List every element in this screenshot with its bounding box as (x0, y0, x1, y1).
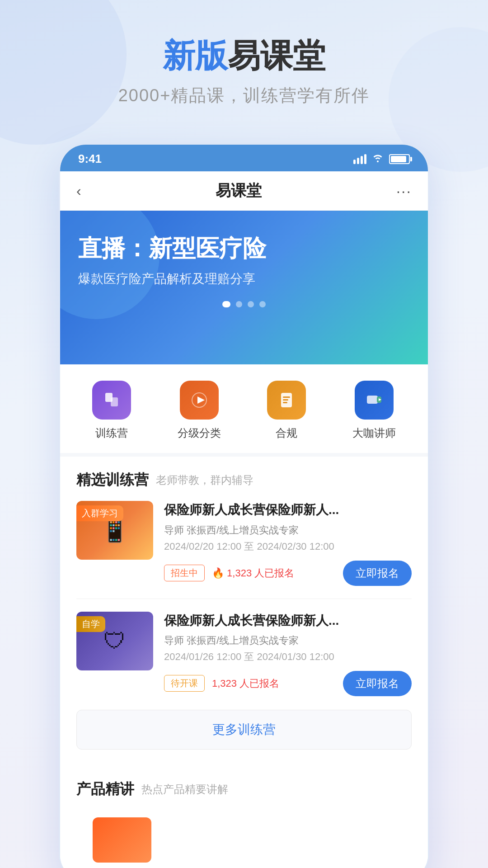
banner-title: 直播：新型医疗险 (78, 233, 410, 264)
svg-rect-7 (283, 402, 287, 403)
banner-dot-3[interactable] (248, 301, 254, 307)
product-section: 产品精讲 热点产品精要讲解 (60, 766, 428, 868)
training-section-desc: 老师带教，群内辅导 (156, 473, 253, 487)
course-footer-2: 待开课 1,323 人已报名 立即报名 (164, 671, 412, 696)
training-icon (92, 381, 131, 420)
title-highlight: 新版 (163, 38, 228, 74)
status-time: 9:41 (78, 152, 102, 166)
svg-rect-8 (367, 396, 378, 404)
course-thumb-2: 🛡 自学 (76, 612, 153, 670)
course-info-1: 保险师新人成长营保险师新人... 导师 张振西/线上增员实战专家 2024/02… (164, 501, 412, 585)
quick-item-compliance[interactable]: 合规 (267, 381, 306, 440)
wifi-icon (372, 153, 384, 165)
quick-label-expert: 大咖讲师 (352, 426, 396, 440)
status-tag-2: 待开课 (164, 675, 205, 692)
course-badge-2: 自学 (76, 616, 105, 632)
expert-icon (355, 381, 394, 420)
course-footer-1: 招生中 🔥 1,323 人已报名 立即报名 (164, 561, 412, 586)
enrolled-count-1: 🔥 1,323 人已报名 (212, 566, 294, 580)
more-btn-wrapper: 更多训练营 (60, 710, 428, 762)
course-tags-2: 待开课 1,323 人已报名 (164, 675, 279, 692)
banner-dot-1[interactable] (222, 301, 230, 307)
quick-label-training: 训练营 (95, 426, 128, 440)
quick-item-training[interactable]: 训练营 (92, 381, 131, 440)
more-button[interactable]: ··· (396, 182, 412, 200)
banner-dots (78, 301, 410, 307)
banner[interactable]: 直播：新型医疗险 爆款医疗险产品解析及理赔分享 (60, 211, 428, 364)
page-header: 新版易课堂 2000+精品课，训练营学有所伴 (0, 0, 488, 125)
category-icon (180, 381, 219, 420)
course-thumb-1: 📱 入群学习 (76, 501, 153, 560)
product-section-title: 产品精讲 (76, 779, 134, 799)
signal-icon (353, 154, 366, 164)
quick-label-compliance: 合规 (276, 426, 297, 440)
svg-marker-3 (197, 396, 205, 404)
svg-rect-1 (111, 397, 118, 406)
phone-mockup: 9:41 ‹ 易课堂 (59, 143, 429, 868)
title-rest: 易课堂 (228, 38, 325, 74)
quick-item-expert[interactable]: 大咖讲师 (352, 381, 396, 440)
course-teacher-2: 导师 张振西/线上增员实战专家 (164, 634, 412, 647)
peek-thumb (93, 817, 151, 863)
page-subtitle: 2000+精品课，训练营学有所伴 (18, 84, 470, 107)
quick-menu: 训练营 分级分类 (60, 364, 428, 457)
svg-rect-5 (283, 396, 290, 398)
bottom-peek (76, 808, 412, 868)
training-section: 精选训练营 老师带教，群内辅导 📱 入群学习 保险师新人成长营保险师新人... … (60, 457, 428, 709)
page-title: 新版易课堂 (18, 36, 470, 75)
phone-mockup-wrapper: 9:41 ‹ 易课堂 (0, 143, 488, 868)
course-badge-1: 入群学习 (76, 505, 123, 521)
app-nav-bar: ‹ 易课堂 ··· (60, 171, 428, 211)
product-section-header: 产品精讲 热点产品精要讲解 (76, 779, 412, 799)
enrolled-count-2: 1,323 人已报名 (212, 677, 279, 690)
quick-item-category[interactable]: 分级分类 (178, 381, 221, 440)
course-name-2: 保险师新人成长营保险师新人... (164, 612, 412, 629)
quick-label-category: 分级分类 (178, 426, 221, 440)
course-name-1: 保险师新人成长营保险师新人... (164, 501, 412, 519)
banner-dot-2[interactable] (236, 301, 242, 307)
back-button[interactable]: ‹ (76, 183, 81, 199)
training-section-title: 精选训练营 (76, 470, 149, 490)
compliance-icon (267, 381, 306, 420)
register-button-2[interactable]: 立即报名 (343, 671, 412, 696)
course-teacher-1: 导师 张振西/线上增员实战专家 (164, 524, 412, 537)
course-info-2: 保险师新人成长营保险师新人... 导师 张振西/线上增员实战专家 2024/01… (164, 612, 412, 696)
nav-title: 易课堂 (216, 180, 262, 201)
status-icons (353, 153, 410, 165)
course-date-1: 2024/02/20 12:00 至 2024/02/30 12:00 (164, 540, 412, 553)
status-bar: 9:41 (60, 145, 428, 171)
banner-subtitle: 爆款医疗险产品解析及理赔分享 (78, 270, 410, 288)
status-tag-1: 招生中 (164, 565, 205, 581)
more-training-button[interactable]: 更多训练营 (76, 710, 412, 750)
course-tags-1: 招生中 🔥 1,323 人已报名 (164, 565, 294, 581)
course-card-2[interactable]: 🛡 自学 保险师新人成长营保险师新人... 导师 张振西/线上增员实战专家 20… (76, 612, 412, 696)
training-section-header: 精选训练营 老师带教，群内辅导 (76, 470, 412, 490)
course-date-2: 2024/01/26 12:00 至 2024/01/30 12:00 (164, 650, 412, 664)
product-section-desc: 热点产品精要讲解 (141, 782, 228, 797)
battery-icon (389, 154, 410, 164)
register-button-1[interactable]: 立即报名 (343, 561, 412, 586)
banner-dot-4[interactable] (259, 301, 266, 307)
course-card-1[interactable]: 📱 入群学习 保险师新人成长营保险师新人... 导师 张振西/线上增员实战专家 … (76, 501, 412, 599)
svg-rect-6 (283, 399, 288, 401)
